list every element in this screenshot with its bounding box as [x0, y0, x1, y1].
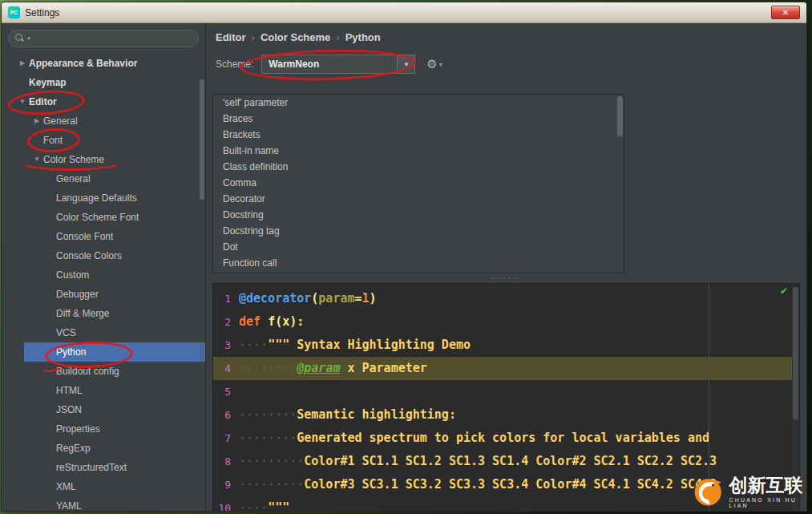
sidebar-item-label: Keymap [29, 73, 67, 92]
breadcrumb-segment-color-scheme[interactable]: Color Scheme [261, 31, 330, 43]
sidebar-item-vcs[interactable]: VCS [2, 323, 205, 342]
search-filter-caret-icon[interactable]: ▾ [27, 35, 30, 42]
scheme-combobox[interactable]: WarmNeon ▼ [261, 55, 415, 74]
line-number: 7 [213, 427, 239, 450]
code-line: 5 [213, 380, 799, 403]
sidebar-item-xml[interactable]: XML [2, 477, 205, 496]
attribute-list-panel: 'self' parameterBracesBracketsBuilt-in n… [212, 94, 624, 273]
line-number: 6 [213, 403, 239, 427]
breadcrumb-segment-python[interactable]: Python [345, 31, 381, 43]
attribute-item[interactable]: Braces [213, 111, 624, 127]
close-button[interactable]: ✕ [771, 6, 800, 19]
attribute-item[interactable]: Brackets [213, 127, 624, 143]
editor-scrollbar-thumb[interactable] [793, 287, 798, 419]
window-title: Settings [25, 7, 771, 18]
line-number: 5 [213, 380, 239, 403]
code-line-text: ····""" [239, 496, 799, 512]
settings-window: PC Settings ✕ ▾ ▶Appearance & BehaviorKe… [1, 2, 807, 512]
sidebar-item-label: reStructuredText [56, 458, 127, 477]
attribute-item[interactable]: Function call [213, 255, 624, 271]
attribute-list-scrollbar-thumb[interactable] [617, 96, 623, 136]
sidebar-item-color-scheme-font[interactable]: Color Scheme Font [2, 208, 205, 227]
code-line: 7········Generated spectrum to pick colo… [213, 427, 799, 450]
sidebar-item-json[interactable]: JSON [2, 400, 205, 419]
sidebar-scrollbar-thumb[interactable] [200, 79, 204, 200]
code-preview-panel[interactable]: 1@decorator(param=1)2def f(x):3····""" S… [212, 283, 800, 512]
code-line-text: ·········Color#3 SC3.1 SC3.2 SC3.3 SC3.4… [239, 473, 799, 496]
panel-splitter-handle[interactable]: ⋅⋅⋅⋅⋅⋅⋅ [211, 273, 800, 283]
sidebar-item-label: JSON [56, 400, 82, 419]
titlebar[interactable]: PC Settings ✕ [2, 2, 806, 23]
sidebar-item-general[interactable]: General [2, 169, 205, 188]
chevron-down-icon[interactable]: ▼ [16, 92, 29, 111]
pycharm-logo-icon: PC [8, 6, 20, 18]
attribute-item[interactable]: Docstring [213, 207, 624, 223]
code-line-text: def f(x): [239, 310, 799, 334]
code-line-text: ········@param x Parameter [239, 357, 799, 380]
inspection-status-icon: ✔ [780, 285, 788, 297]
line-number: 4 [213, 357, 239, 380]
settings-search[interactable]: ▾ [8, 30, 199, 47]
code-line: 4········@param x Parameter [213, 357, 799, 380]
code-line-text: ········Generated spectrum to pick color… [239, 427, 799, 450]
code-line: 1@decorator(param=1) [213, 287, 799, 310]
sidebar-item-label: Custom [56, 265, 89, 285]
attribute-item[interactable]: Dot [213, 239, 624, 255]
sidebar-item-python[interactable]: Python [2, 342, 205, 362]
code-line-text: ········Semantic highlighting: [239, 403, 799, 427]
chevron-right-icon[interactable]: ▶ [30, 111, 43, 131]
sidebar-item-keymap[interactable]: Keymap [2, 73, 205, 92]
breadcrumb-segment-editor[interactable]: Editor [216, 31, 246, 43]
attribute-item[interactable]: Built-in name [213, 143, 624, 159]
sidebar-item-regexp[interactable]: RegExp [2, 439, 205, 458]
sidebar-item-appearance-behavior[interactable]: ▶Appearance & Behavior [2, 54, 205, 73]
sidebar-item-properties[interactable]: Properties [2, 419, 205, 439]
attribute-item[interactable]: Decorator [213, 191, 624, 207]
sidebar-item-label: Properties [56, 419, 100, 439]
scheme-label: Scheme: [216, 59, 253, 70]
breadcrumb: Editor›Color Scheme›Python [211, 23, 800, 51]
code-line: 9·········Color#3 SC3.1 SC3.2 SC3.3 SC3.… [213, 473, 799, 496]
sidebar-item-html[interactable]: HTML [2, 381, 205, 400]
sidebar-item-label: Python [56, 342, 86, 362]
code-line: 3····""" Syntax Highlighting Demo [213, 334, 799, 357]
attribute-item[interactable]: 'self' parameter [213, 95, 624, 111]
sidebar-item-color-scheme[interactable]: ▼Color Scheme [2, 150, 205, 169]
sidebar-item-label: Language Defaults [56, 188, 137, 208]
sidebar-item-label: General [43, 111, 78, 131]
search-input[interactable] [33, 33, 192, 44]
sidebar-item-label: Console Colors [56, 246, 122, 265]
sidebar-item-custom[interactable]: Custom [2, 265, 205, 285]
sidebar-item-label: Console Font [56, 227, 113, 246]
sidebar-item-label: Color Scheme [43, 150, 104, 169]
sidebar-item-console-font[interactable]: Console Font [2, 227, 205, 246]
sidebar-item-debugger[interactable]: Debugger [2, 285, 205, 304]
right-margin-guide [709, 284, 709, 512]
chevron-down-icon[interactable]: ▼ [30, 150, 43, 169]
code-line: 10····""" [213, 496, 799, 512]
settings-tree: ▶Appearance & BehaviorKeymap▼Editor▶Gene… [2, 54, 205, 512]
attribute-item[interactable]: Class definition [213, 159, 624, 175]
sidebar-item-label: RegExp [56, 439, 91, 458]
scheme-actions-button[interactable]: ⚙ ▾ [426, 57, 442, 71]
line-number: 10 [213, 496, 239, 512]
sidebar-item-label: VCS [56, 323, 76, 342]
sidebar-item-buildout-config[interactable]: Buildout config [2, 362, 205, 381]
sidebar-item-restructuredtext[interactable]: reStructuredText [2, 458, 205, 477]
sidebar-item-label: YAML [56, 496, 82, 512]
sidebar-item-yaml[interactable]: YAML [2, 496, 205, 512]
settings-main-panel: Editor›Color Scheme›Python Scheme: WarmN… [206, 23, 806, 512]
code-line-text: ·········Color#1 SC1.1 SC1.2 SC1.3 SC1.4… [239, 450, 799, 473]
attribute-item[interactable]: Comma [213, 175, 624, 191]
sidebar-item-console-colors[interactable]: Console Colors [2, 246, 205, 265]
attribute-list: 'self' parameterBracesBracketsBuilt-in n… [213, 95, 624, 271]
chevron-right-icon[interactable]: ▶ [16, 54, 29, 73]
sidebar-item-font[interactable]: Font [2, 131, 205, 150]
sidebar-item-language-defaults[interactable]: Language Defaults [2, 188, 205, 208]
sidebar-item-general[interactable]: ▶General [2, 111, 205, 131]
sidebar-item-diff-merge[interactable]: Diff & Merge [2, 304, 205, 323]
attribute-item[interactable]: Docstring tag [213, 223, 624, 239]
sidebar-item-editor[interactable]: ▼Editor [2, 92, 205, 111]
line-number: 1 [213, 287, 239, 310]
chevron-down-icon[interactable]: ▼ [397, 55, 414, 73]
